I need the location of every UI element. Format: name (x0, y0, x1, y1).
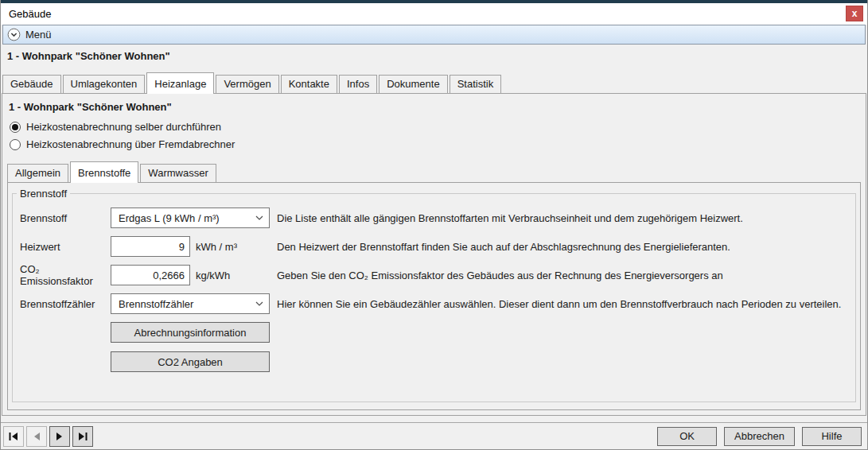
tab-warmwasser[interactable]: Warmwasser (140, 164, 216, 182)
brennstoff-hint: Die Liste enthält alle gängigen Brennsto… (277, 212, 855, 224)
brennstoff-label: Brennstoff (20, 212, 111, 224)
dialog-content: 1 - Wohnpark "Schöner Wohnen" Gebäude Um… (1, 45, 867, 449)
co2-faktor-input[interactable] (111, 265, 190, 285)
tab-statistik[interactable]: Statistik (450, 75, 502, 93)
heizanlage-tab-panel: 1 - Wohnpark "Schöner Wohnen" Heizkosten… (2, 93, 866, 416)
sub-tabstrip: Allgemein Brennstoffe Warmwasser (7, 161, 866, 182)
next-record-icon (54, 432, 65, 441)
main-tabstrip: Gebäude Umlagekonten Heizanlage Vermögen… (2, 72, 867, 93)
menu-label: Menü (25, 29, 52, 41)
radio-label: Heizkostenabrechnung über Fremdabrechner (26, 138, 235, 150)
building-title: 1 - Wohnpark "Schöner Wohnen" (7, 50, 867, 62)
tab-infos[interactable]: Infos (339, 75, 377, 93)
last-record-icon (77, 432, 88, 441)
radio-selected-icon (10, 122, 21, 133)
radio-unselected-icon (10, 139, 21, 150)
titlebar[interactable]: Gebäude x (1, 3, 867, 25)
heizwert-hint: Den Heizwert der Brennstoffart finden Si… (277, 241, 855, 253)
heizwert-unit: kWh / m³ (196, 241, 237, 253)
brennstoff-form: Brennstoff Erdgas L (9 kWh / m³) Die Lis… (13, 200, 855, 372)
tab-brennstoffe[interactable]: Brennstoffe (70, 161, 138, 183)
brennstoffzaehler-label: Brennstoffzähler (20, 298, 111, 310)
menu-bar[interactable]: Menü (2, 25, 866, 45)
footer-bar: OK Abbrechen Hilfe (1, 422, 867, 449)
tab-kontakte[interactable]: Kontakte (281, 75, 337, 93)
brennstoff-groupbox: Brennstoff Brennstoff Erdgas L (9 kWh / … (12, 188, 856, 402)
tab-vermoegen[interactable]: Vermögen (216, 75, 278, 93)
co2-faktor-unit: kg/kWh (196, 270, 230, 281)
next-record-button[interactable] (49, 426, 70, 447)
first-record-button[interactable] (3, 426, 24, 447)
co2-faktor-label: CO₂ Emissionsfaktor (20, 263, 111, 287)
hilfe-button[interactable]: Hilfe (802, 427, 862, 446)
brennstoffzaehler-hint: Hier können Sie ein Gebäudezähler auswäh… (277, 298, 855, 310)
radio-heizkosten-selber[interactable]: Heizkostenabrechnung selber durchführen (10, 121, 866, 133)
radio-heizkosten-fremdabrechner[interactable]: Heizkostenabrechnung über Fremdabrechner (10, 138, 866, 150)
window-title: Gebäude (9, 8, 52, 20)
tab-heizanlage[interactable]: Heizanlage (146, 72, 214, 94)
abrechnungsinformation-button[interactable]: Abrechnungsinformation (111, 322, 270, 343)
chevron-down-circle-icon (7, 28, 21, 41)
brennstoffe-tab-panel: Brennstoff Brennstoff Erdgas L (9 kWh / … (7, 182, 861, 410)
tab-umlagekonten[interactable]: Umlagekonten (63, 75, 146, 93)
tab-dokumente[interactable]: Dokumente (379, 75, 447, 93)
heizwert-label: Heizwert (20, 241, 111, 253)
previous-record-button[interactable] (26, 426, 47, 447)
co2-faktor-hint: Geben Sie den CO₂ Emissionsfaktor des Ge… (277, 270, 855, 281)
close-button[interactable]: x (846, 6, 863, 21)
brennstoffzaehler-combobox[interactable]: Brennstoffzähler (111, 293, 270, 314)
abbrechen-button[interactable]: Abbrechen (724, 427, 795, 446)
ok-button[interactable]: OK (657, 427, 717, 446)
form-row-heizwert: Heizwert kWh / m³ Den Heizwert der Brenn… (20, 236, 855, 257)
heizwert-input[interactable] (111, 236, 190, 257)
gebaeude-dialog-window: Gebäude x Menü 1 - Wohnpark "Schöner Woh… (0, 0, 868, 450)
combobox-value: Brennstoffzähler (119, 298, 193, 310)
combobox-value: Erdgas L (9 kWh / m³) (119, 212, 220, 224)
chevron-down-icon (255, 215, 263, 220)
groupbox-title: Brennstoff (17, 188, 70, 200)
record-navigator (3, 426, 93, 447)
co2-angaben-button[interactable]: CO2 Angaben (111, 351, 270, 372)
form-row-brennstoffzaehler: Brennstoffzähler Brennstoffzähler Hier k… (20, 293, 855, 314)
tab-gebaeude[interactable]: Gebäude (2, 75, 61, 93)
radio-label: Heizkostenabrechnung selber durchführen (26, 121, 221, 133)
close-icon: x (852, 8, 858, 19)
building-title-repeat: 1 - Wohnpark "Schöner Wohnen" (9, 101, 866, 113)
first-record-icon (8, 432, 19, 441)
tab-allgemein[interactable]: Allgemein (7, 164, 68, 182)
brennstoff-combobox[interactable]: Erdgas L (9 kWh / m³) (111, 208, 270, 228)
form-row-co2-faktor: CO₂ Emissionsfaktor kg/kWh Geben Sie den… (20, 265, 855, 285)
form-row-brennstoff: Brennstoff Erdgas L (9 kWh / m³) Die Lis… (20, 208, 855, 228)
previous-record-icon (31, 432, 42, 441)
last-record-button[interactable] (72, 426, 93, 447)
chevron-down-icon (255, 301, 263, 306)
